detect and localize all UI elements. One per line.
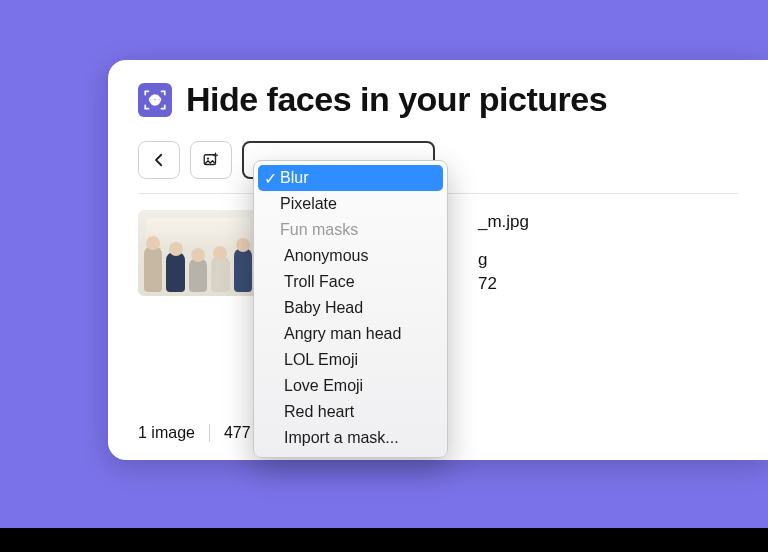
dropdown-item-loveemoji[interactable]: Love Emoji — [254, 373, 447, 399]
checkmark-icon: ✓ — [264, 169, 277, 188]
dropdown-item-label: Blur — [280, 169, 308, 187]
back-button[interactable] — [138, 141, 180, 179]
dropdown-item-label: Import a mask... — [284, 429, 399, 447]
file-info-line: g — [478, 248, 529, 272]
dropdown-item-babyhead[interactable]: Baby Head — [254, 295, 447, 321]
dropdown-item-angryman[interactable]: Angry man head — [254, 321, 447, 347]
add-image-button[interactable] — [190, 141, 232, 179]
dropdown-item-label: Pixelate — [280, 195, 337, 213]
header: Hide faces in your pictures — [138, 80, 738, 119]
file-name: _m.jpg — [478, 210, 529, 234]
page-title: Hide faces in your pictures — [186, 80, 607, 119]
dropdown-item-trollface[interactable]: Troll Face — [254, 269, 447, 295]
effect-dropdown[interactable]: ✓ Blur Pixelate Fun masks Anonymous Trol… — [253, 160, 448, 458]
svg-point-5 — [207, 157, 209, 159]
separator — [209, 424, 210, 442]
app-logo-icon — [138, 83, 172, 117]
dropdown-item-label: Anonymous — [284, 247, 369, 265]
dropdown-item-label: LOL Emoji — [284, 351, 358, 369]
total-size: 477 — [224, 424, 251, 442]
dropdown-item-pixelate[interactable]: Pixelate — [254, 191, 447, 217]
bottom-bar — [0, 528, 768, 552]
dropdown-item-label: Red heart — [284, 403, 354, 421]
chevron-left-icon — [150, 151, 168, 169]
dropdown-item-label: Baby Head — [284, 299, 363, 317]
svg-point-2 — [152, 98, 154, 100]
dropdown-item-label: Love Emoji — [284, 377, 363, 395]
dropdown-item-blur[interactable]: ✓ Blur — [258, 165, 443, 191]
dropdown-item-label: Fun masks — [280, 221, 358, 239]
file-info-line: 72 — [478, 272, 529, 296]
dropdown-item-label: Troll Face — [284, 273, 355, 291]
image-plus-icon — [202, 151, 220, 169]
dropdown-item-redheart[interactable]: Red heart — [254, 399, 447, 425]
dropdown-item-import[interactable]: Import a mask... — [254, 425, 447, 451]
svg-point-3 — [156, 98, 158, 100]
dropdown-item-anonymous[interactable]: Anonymous — [254, 243, 447, 269]
image-count: 1 image — [138, 424, 195, 442]
dropdown-group-header: Fun masks — [254, 217, 447, 243]
dropdown-item-lolemoji[interactable]: LOL Emoji — [254, 347, 447, 373]
status-bar: 1 image 477 — [138, 424, 251, 442]
image-thumbnail[interactable] — [138, 210, 258, 296]
dropdown-item-label: Angry man head — [284, 325, 401, 343]
